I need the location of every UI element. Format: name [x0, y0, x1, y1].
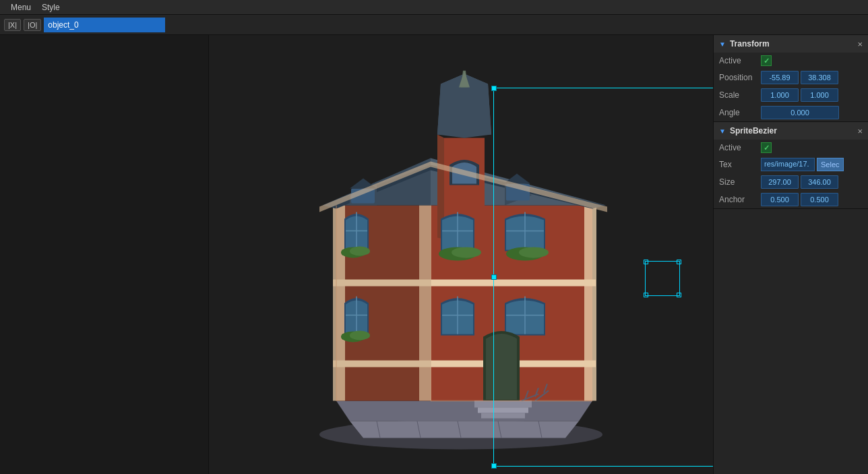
close-o-button[interactable]: |O| [24, 19, 41, 31]
svg-point-25 [452, 247, 481, 258]
scale-value [761, 88, 863, 102]
angle-value [761, 106, 863, 119]
sprite-bezier-close-button[interactable]: × [857, 127, 863, 136]
anchor-x-input[interactable] [761, 193, 799, 206]
sprite-bezier-section: ▼ SpriteBezier × Active ✓ Tex [714, 122, 868, 209]
svg-rect-8 [584, 205, 596, 401]
main-area: ▼ Transform × Active ✓ Poosition [0, 35, 868, 474]
menu-item-menu[interactable]: Menu [5, 1, 36, 13]
sprite-active-checkbox[interactable]: ✓ [761, 142, 772, 153]
scale-label: Scale [719, 90, 761, 100]
close-x-button[interactable]: |X| [4, 19, 21, 31]
position-value [761, 71, 863, 84]
viewport[interactable] [209, 35, 713, 474]
building-illustration [296, 70, 626, 454]
size-y-input[interactable] [801, 175, 838, 189]
transform-section: ▼ Transform × Active ✓ Poosition [714, 35, 868, 122]
tex-label: Tex [719, 160, 761, 169]
tex-path-display: res/image/17. [761, 158, 815, 171]
sprite-size-row: Size [714, 173, 868, 191]
anchor-label: Anchor [719, 195, 761, 204]
right-panel: ▼ Transform × Active ✓ Poosition [713, 35, 868, 474]
transform-active-row: Active ✓ [714, 53, 868, 69]
object-name-input[interactable] [44, 18, 165, 32]
transform-header-left: ▼ Transform [719, 39, 770, 49]
svg-point-19 [350, 330, 370, 340]
active-value: ✓ [761, 55, 863, 66]
obj-handle-tr[interactable] [677, 260, 681, 264]
transform-position-row: Poosition [714, 69, 868, 86]
transform-scale-row: Scale [714, 86, 868, 104]
scale-y-input[interactable] [801, 88, 838, 102]
anchor-y-input[interactable] [801, 193, 838, 206]
svg-rect-33 [478, 407, 528, 413]
size-x-input[interactable] [761, 175, 799, 189]
obj-handle-br[interactable] [677, 293, 681, 297]
anchor-value [761, 193, 863, 206]
svg-rect-6 [333, 205, 345, 401]
sprite-check-icon: ✓ [764, 144, 770, 152]
sprite-tex-row: Tex res/image/17. Selec [714, 156, 868, 173]
transform-close-button[interactable]: × [857, 40, 863, 49]
sprite-bezier-header-left: ▼ SpriteBezier [719, 126, 777, 136]
transform-title: Transform [730, 39, 770, 49]
svg-point-15 [350, 246, 370, 256]
svg-rect-7 [419, 205, 431, 401]
active-checkbox[interactable]: ✓ [761, 55, 772, 66]
sprite-bezier-title: SpriteBezier [730, 126, 777, 136]
svg-rect-32 [474, 401, 532, 407]
check-icon: ✓ [764, 57, 770, 65]
selection-handle-bl[interactable] [491, 463, 497, 469]
tex-value: res/image/17. Selec [761, 158, 863, 171]
size-value [761, 175, 863, 189]
sprite-bezier-collapse-icon[interactable]: ▼ [719, 127, 726, 135]
svg-point-27 [519, 247, 549, 258]
active-label: Active [719, 56, 761, 65]
transform-angle-row: Angle [714, 104, 868, 121]
tex-select-button[interactable]: Selec [817, 158, 844, 171]
angle-label: Angle [719, 108, 761, 117]
sprite-anchor-row: Anchor [714, 191, 868, 208]
active-checkbox-area: ✓ [761, 55, 772, 66]
angle-input[interactable] [761, 106, 839, 119]
position-y-input[interactable] [801, 71, 838, 84]
sprite-active-value: ✓ [761, 142, 863, 153]
svg-rect-34 [481, 413, 525, 418]
scale-x-input[interactable] [761, 88, 799, 102]
obj-handle-bl[interactable] [644, 293, 648, 297]
transform-collapse-icon[interactable]: ▼ [719, 40, 726, 48]
sprite-active-row: Active ✓ [714, 140, 868, 156]
transform-header: ▼ Transform × [714, 35, 868, 53]
sprite-active-checkbox-area: ✓ [761, 142, 772, 153]
object-selection-box [645, 261, 680, 296]
sprite-active-label: Active [719, 143, 761, 152]
sprite-bezier-header: ▼ SpriteBezier × [714, 122, 868, 140]
menubar: Menu Style [0, 0, 868, 15]
position-x-input[interactable] [761, 71, 799, 84]
position-label: Poosition [719, 73, 761, 82]
menu-item-style[interactable]: Style [36, 1, 65, 13]
toolbar: |X| |O| [0, 15, 868, 35]
obj-handle-tl[interactable] [644, 260, 648, 264]
left-panel [0, 35, 209, 474]
size-label: Size [719, 177, 761, 187]
